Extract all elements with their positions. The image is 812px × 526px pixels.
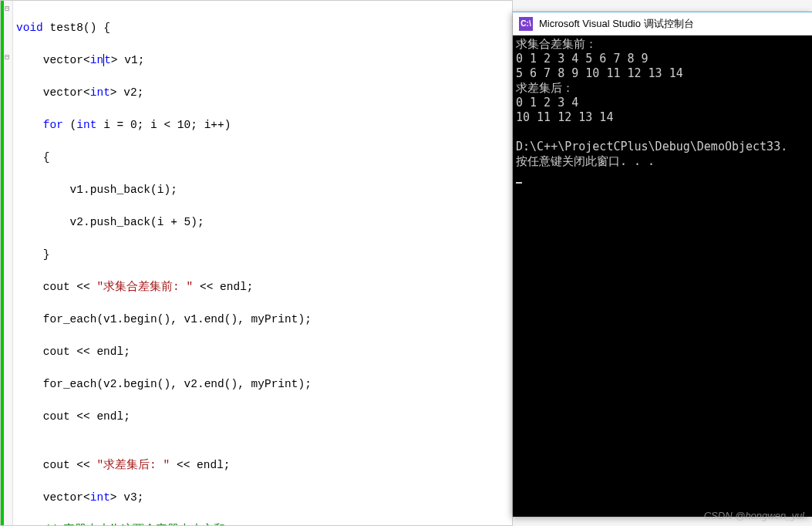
- console-line: 10 11 12 13 14: [516, 110, 613, 124]
- keyword-int: in: [90, 54, 103, 66]
- code-line: vector<int> v3;: [16, 490, 512, 506]
- code-line: vector<int> v2;: [16, 85, 512, 101]
- code-line: cout << endl;: [16, 409, 512, 425]
- console-line: 求集合差集前：: [516, 37, 597, 51]
- code-line: cout << "求集合差集前: " << endl;: [16, 279, 512, 295]
- code-line: {: [16, 150, 512, 166]
- code-line: for (int i = 0; i < 10; i++): [16, 117, 512, 133]
- console-line: 5 6 7 8 9 10 11 12 13 14: [516, 66, 683, 80]
- code-line: cout << "求差集后: " << endl;: [16, 457, 512, 474]
- code-line: v2.push_back(i + 5);: [16, 214, 512, 231]
- fold-toggle-icon[interactable]: ⊟: [5, 52, 9, 62]
- code-text: > v1;: [111, 54, 145, 66]
- code-line: v1.push_back(i);: [16, 182, 512, 198]
- editor-gutter: ⊟ ⊟: [1, 1, 13, 525]
- text-cursor: [103, 54, 104, 66]
- code-line: for_each(v1.begin(), v1.end(), myPrint);: [16, 312, 512, 328]
- keyword-void: void: [16, 22, 43, 34]
- code-line: }: [16, 247, 512, 263]
- code-text: vector<: [16, 54, 90, 66]
- keyword-int: t: [104, 54, 111, 66]
- console-line: 0 1 2 3 4 5 6 7 8 9: [516, 52, 649, 66]
- fold-toggle-icon[interactable]: ⊟: [5, 4, 9, 13]
- console-line: 0 1 2 3 4: [516, 96, 578, 110]
- debug-console-window[interactable]: C:\ Microsoft Visual Studio 调试控制台 求集合差集前…: [513, 12, 812, 517]
- console-output[interactable]: 求集合差集前： 0 1 2 3 4 5 6 7 8 9 5 6 7 8 9 10…: [513, 35, 812, 517]
- code-line: for_each(v2.begin(), v2.end(), myPrint);: [16, 376, 512, 393]
- vs-console-icon: C:\: [519, 17, 533, 31]
- code-line: cout << endl;: [16, 344, 512, 360]
- console-line: 按任意键关闭此窗口. . .: [516, 154, 655, 168]
- console-cursor: [516, 182, 522, 184]
- console-title: Microsoft Visual Studio 调试控制台: [539, 17, 694, 31]
- console-line: 求差集后：: [516, 81, 574, 95]
- code-comment: // 容器大小为这两个容器大小之和: [16, 522, 512, 525]
- code-text-area[interactable]: void test8() { vector<int> v1; vector<in…: [13, 1, 512, 525]
- console-line: D:\C++\ProjectCPlus\Debug\DemoObject33.: [516, 140, 787, 153]
- console-titlebar[interactable]: C:\ Microsoft Visual Studio 调试控制台: [513, 12, 812, 35]
- code-editor-pane[interactable]: ⊟ ⊟ void test8() { vector<int> v1; vecto…: [0, 0, 513, 526]
- outline-indicator: [1, 1, 4, 525]
- fn-signature: test8() {: [43, 22, 110, 34]
